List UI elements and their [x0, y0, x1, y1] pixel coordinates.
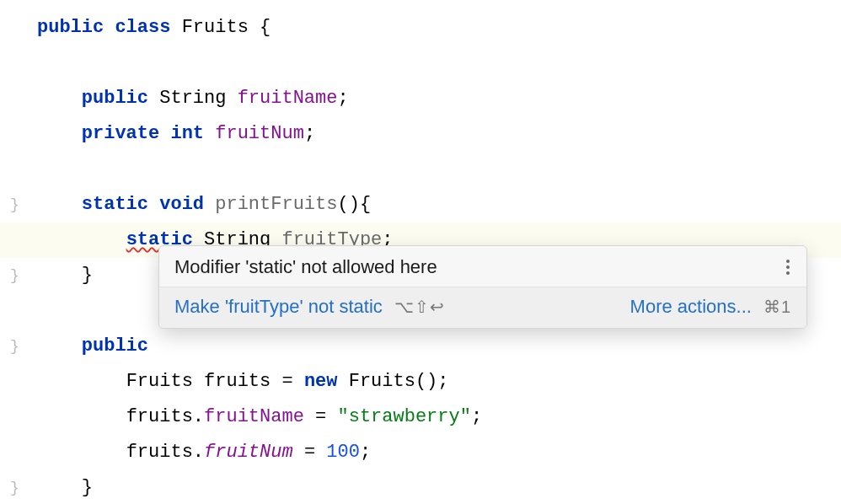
keyword: public [37, 17, 104, 38]
tooltip-header: Modifier 'static' not allowed here [159, 246, 806, 287]
dot: . [193, 442, 204, 463]
keyword: public [82, 335, 148, 357]
method-name: printFruits [215, 194, 337, 215]
fold-gutter-icon[interactable]: } [10, 470, 24, 504]
variable: fruits [126, 406, 193, 427]
semicolon: ; [337, 88, 348, 109]
keyword: static [82, 194, 148, 215]
parens: () [415, 371, 437, 392]
code-line[interactable]: } } [0, 470, 841, 504]
fold-gutter-icon[interactable]: } [10, 329, 24, 364]
brace: } [82, 477, 93, 498]
code-line-blank[interactable] [0, 152, 841, 187]
brace: } [82, 265, 93, 286]
code-line-blank[interactable] [0, 46, 841, 81]
semicolon: ; [437, 371, 448, 392]
error-message: Modifier 'static' not allowed here [174, 256, 437, 278]
shortcut-hint: ⌘1 [763, 297, 791, 317]
variable: fruits [204, 371, 271, 392]
keyword: void [159, 194, 204, 215]
type: String [159, 88, 226, 109]
class-name: Fruits [126, 371, 193, 392]
string-literal: "strawberry" [337, 406, 470, 427]
more-actions-link[interactable]: More actions... [630, 296, 752, 318]
code-line[interactable]: } public [0, 329, 841, 364]
field: fruitNum [215, 123, 304, 144]
code-line[interactable]: } static void printFruits(){ [0, 187, 841, 223]
brace: { [360, 194, 371, 215]
code-line[interactable]: public String fruitName; [0, 81, 841, 116]
fold-gutter-icon[interactable]: } [10, 258, 24, 293]
keyword: public [82, 88, 148, 109]
number-literal: 100 [326, 442, 360, 463]
keyword: private [82, 123, 159, 144]
variable: fruits [126, 442, 193, 463]
parens: () [337, 194, 359, 215]
code-line[interactable]: fruits.fruitNum = 100; [0, 435, 841, 470]
semicolon: ; [471, 406, 482, 427]
field: fruitName [204, 406, 304, 427]
keyword: class [115, 17, 170, 38]
shortcut-hint: ⌥⇧↩ [394, 297, 445, 317]
class-name: Fruits [349, 371, 415, 392]
dot: . [193, 406, 204, 427]
operator: = [315, 406, 326, 427]
quick-fix-action[interactable]: Make 'fruitType' not static [174, 296, 383, 318]
code-line[interactable]: public class Fruits { [0, 10, 841, 46]
field: fruitName [238, 88, 338, 109]
code-line[interactable]: fruits.fruitName = "strawberry"; [0, 399, 841, 435]
semicolon: ; [304, 123, 315, 144]
brace: { [260, 17, 271, 38]
keyword: new [304, 371, 338, 392]
operator: = [281, 371, 292, 392]
operator: = [304, 442, 315, 463]
error-tooltip: Modifier 'static' not allowed here Make … [158, 245, 807, 329]
semicolon: ; [360, 442, 371, 463]
tooltip-actions-row: Make 'fruitType' not static ⌥⇧↩ More act… [159, 287, 806, 328]
code-line[interactable]: Fruits fruits = new Fruits(); [0, 364, 841, 399]
code-line[interactable]: private int fruitNum; [0, 116, 841, 152]
field: fruitNum [204, 442, 293, 463]
fold-gutter-icon[interactable]: } [10, 187, 24, 223]
class-name: Fruits [182, 17, 249, 38]
type: int [170, 123, 204, 144]
more-menu-icon[interactable] [783, 258, 793, 276]
